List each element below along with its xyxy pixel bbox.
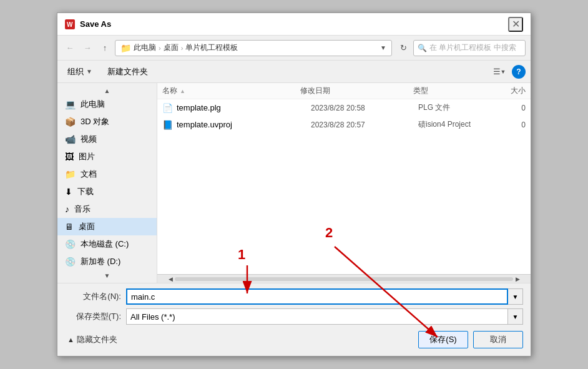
header-date[interactable]: 修改日期 — [295, 83, 408, 99]
file-icon-uvproj: 📘 — [162, 120, 173, 130]
sidebar-item-videos[interactable]: 📹 视频 — [57, 130, 157, 148]
action-row: ▲ 隐藏文件夹 保存(S) 取消 — [65, 328, 523, 351]
sidebar-label-downloads: 下载 — [77, 186, 94, 197]
filename-row: 文件名(N): ▼ — [65, 288, 523, 305]
organize-label: 组织 — [67, 66, 84, 77]
breadcrumb: 📁 此电脑 › 桌面 › 单片机工程模板 ▼ — [115, 40, 392, 56]
sidebar-item-this-pc[interactable]: 💻 此电脑 — [57, 96, 157, 113]
organize-dropdown-icon: ▼ — [86, 68, 92, 75]
filename-label: 文件名(N): — [65, 291, 121, 302]
filetype-label: 保存类型(T): — [65, 311, 121, 322]
desktop-icon: 🖥 — [65, 222, 74, 232]
search-icon: 🔍 — [418, 44, 427, 52]
sidebar-item-desktop[interactable]: 🖥 桌面 — [57, 218, 157, 235]
scroll-track — [175, 277, 513, 281]
sidebar-label-this-pc: 此电脑 — [81, 99, 105, 110]
file-area: 名称 ▲ 修改日期 类型 大小 📄 tem — [157, 83, 531, 283]
header-name[interactable]: 名称 ▲ — [157, 83, 295, 99]
header-size[interactable]: 大小 — [495, 83, 531, 99]
forward-button[interactable]: → — [80, 41, 95, 56]
header-type[interactable]: 类型 — [408, 83, 495, 99]
filetype-row: 保存类型(T): ▼ — [65, 308, 523, 325]
scroll-right-btn[interactable]: ▶ — [513, 275, 522, 283]
breadcrumb-part-2: 桌面 — [164, 42, 179, 53]
breadcrumb-part-3: 单片机工程模板 — [185, 42, 238, 53]
hide-folder-button[interactable]: ▲ 隐藏文件夹 — [65, 333, 120, 347]
cancel-button[interactable]: 取消 — [473, 331, 523, 348]
file-icon-plg: 📄 — [162, 103, 173, 113]
sidebar-scroll-down[interactable]: ▼ — [57, 270, 157, 280]
local-c-icon: 💿 — [65, 239, 76, 249]
hide-folder-arrow: ▲ — [67, 336, 74, 343]
music-icon: ♪ — [65, 204, 69, 214]
documents-icon: 📁 — [65, 169, 76, 179]
file-list-header: 名称 ▲ 修改日期 类型 大小 — [157, 83, 531, 99]
file-name-plg: template.plg — [177, 103, 311, 112]
sidebar-item-music[interactable]: ♪ 音乐 — [57, 200, 157, 218]
sidebar-item-pictures[interactable]: 🖼 图片 — [57, 148, 157, 165]
sidebar-label-videos: 视频 — [81, 134, 97, 145]
folder-icon: 📁 — [120, 43, 131, 53]
close-button[interactable]: ✕ — [508, 17, 523, 32]
sidebar: ▲ 💻 此电脑 📦 3D 对象 📹 视频 🖼 图片 — [57, 83, 157, 283]
action-buttons: 保存(S) 取消 — [418, 331, 523, 348]
pictures-icon: 🖼 — [65, 152, 74, 162]
file-date-plg: 2023/8/28 20:58 — [311, 104, 418, 112]
svg-text:W: W — [67, 21, 73, 28]
view-icon: ☰ — [493, 67, 501, 76]
header-size-label: 大小 — [511, 86, 526, 95]
refresh-button[interactable]: ↻ — [396, 41, 411, 56]
this-pc-icon: 💻 — [65, 99, 76, 109]
sidebar-item-documents[interactable]: 📁 文档 — [57, 165, 157, 183]
file-type-uvproj: 碛ision4 Project — [418, 119, 499, 130]
breadcrumb-part-1: 此电脑 — [134, 42, 156, 53]
search-bar[interactable]: 🔍 在 单片机工程模板 中搜索 — [413, 40, 526, 56]
file-size-plg: 0 — [499, 104, 526, 112]
filetype-input[interactable] — [126, 308, 508, 325]
view-button[interactable]: ☰ ▼ — [491, 64, 508, 79]
sidebar-label-pictures: 图片 — [79, 151, 95, 162]
filename-input[interactable] — [126, 288, 508, 305]
filetype-input-wrap: ▼ — [126, 308, 523, 325]
back-button[interactable]: ← — [62, 41, 77, 56]
sidebar-scroll-up[interactable]: ▲ — [57, 86, 157, 96]
sidebar-item-local-c[interactable]: 💿 本地磁盘 (C:) — [57, 235, 157, 253]
save-label: 保存(S) — [429, 335, 456, 344]
file-list: 📄 template.plg 2023/8/28 20:58 PLG 文件 0 … — [157, 99, 531, 274]
breadcrumb-dropdown-icon: ▼ — [380, 44, 386, 51]
hide-folder-label: 隐藏文件夹 — [77, 334, 117, 345]
new-folder-label: 新建文件夹 — [107, 66, 148, 77]
sidebar-item-new-vol-d[interactable]: 💿 新加卷 (D:) — [57, 253, 157, 270]
sidebar-label-new-vol-d: 新加卷 (D:) — [81, 256, 120, 267]
sidebar-label-desktop: 桌面 — [79, 221, 95, 232]
table-row[interactable]: 📄 template.plg 2023/8/28 20:58 PLG 文件 0 — [157, 99, 531, 116]
bottom-bar: 文件名(N): ▼ 保存类型(T): ▼ ▲ 隐藏文件夹 — [57, 283, 531, 356]
filename-dropdown-btn[interactable]: ▼ — [508, 288, 523, 305]
3d-objects-icon: 📦 — [65, 117, 76, 127]
filename-input-wrap: ▼ — [126, 288, 523, 305]
header-type-label: 类型 — [413, 86, 428, 95]
save-button[interactable]: 保存(S) — [418, 331, 468, 348]
dialog-title: Save As — [80, 19, 508, 29]
up-button[interactable]: ↑ — [97, 41, 112, 56]
search-placeholder: 在 单片机工程模板 中搜索 — [429, 42, 516, 53]
new-folder-button[interactable]: 新建文件夹 — [102, 64, 153, 79]
sidebar-label-music: 音乐 — [74, 204, 91, 215]
sidebar-label-3d-objects: 3D 对象 — [81, 116, 109, 127]
horizontal-scrollbar[interactable]: ◀ ▶ — [157, 274, 531, 283]
filetype-dropdown-btn[interactable]: ▼ — [508, 308, 523, 325]
cancel-label: 取消 — [490, 335, 506, 344]
file-type-plg: PLG 文件 — [418, 102, 499, 113]
scroll-left-btn[interactable]: ◀ — [166, 275, 175, 283]
sidebar-item-downloads[interactable]: ⬇ 下载 — [57, 183, 157, 200]
new-vol-d-icon: 💿 — [65, 257, 76, 267]
sidebar-label-documents: 文档 — [81, 169, 97, 180]
organize-button[interactable]: 组织 ▼ — [62, 64, 97, 79]
app-icon: W — [65, 19, 75, 29]
sidebar-label-local-c: 本地磁盘 (C:) — [81, 239, 129, 250]
videos-icon: 📹 — [65, 134, 76, 144]
header-date-label: 修改日期 — [300, 86, 330, 95]
sidebar-item-3d-objects[interactable]: 📦 3D 对象 — [57, 113, 157, 130]
table-row[interactable]: 📘 template.uvproj 2023/8/28 20:57 碛ision… — [157, 116, 531, 133]
help-button[interactable]: ? — [512, 65, 526, 79]
